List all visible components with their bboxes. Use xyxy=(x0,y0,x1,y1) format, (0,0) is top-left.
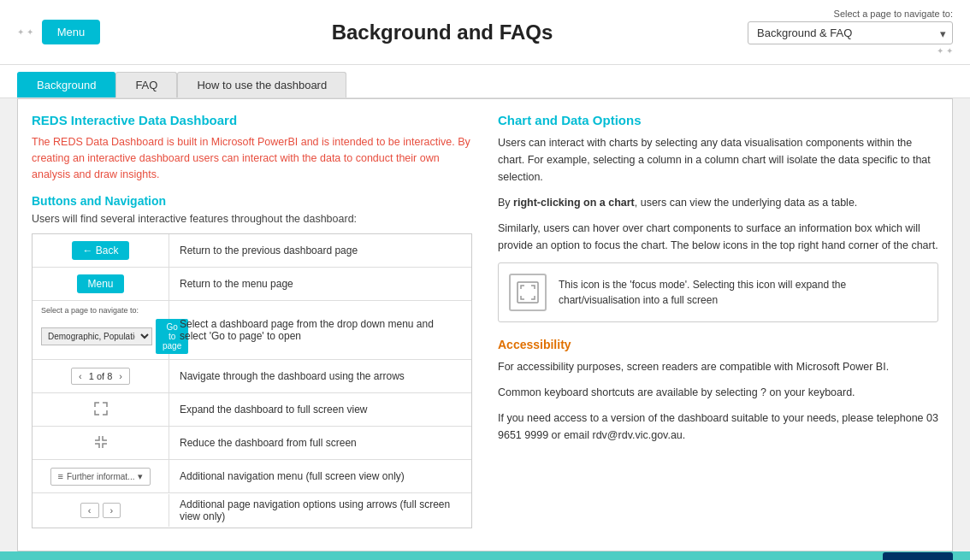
access-text-1: For accessibility purposes, screen reade… xyxy=(498,358,938,375)
chart-text-3: Similarly, users can hover over chart co… xyxy=(498,220,938,254)
demo-desc-furthernav: Additional navigation menu (full screen … xyxy=(169,465,471,487)
demo-desc-menu: Return to the menu page xyxy=(169,273,471,295)
demo-desc-pagenav: Navigate through the dashboard using the… xyxy=(169,365,471,387)
further-nav-label: Further informat... xyxy=(67,472,134,481)
demo-icon-back: ← Back xyxy=(33,234,169,267)
tab-background[interactable]: Background xyxy=(17,72,115,97)
demo-row-pagenav: ‹ 1 of 8 › Navigate through the dashboar… xyxy=(33,360,471,393)
demo-desc-simplearrows: Additional page navigation options using… xyxy=(169,493,471,528)
page-nav-demo: ‹ 1 of 8 › xyxy=(71,368,130,385)
header: ✦ ✦ Menu Background and FAQs Select a pa… xyxy=(0,0,970,65)
main-content: REDS Interactive Data Dashboard The REDS… xyxy=(17,98,953,551)
tab-bar: Background FAQ How to use the dashboard xyxy=(0,65,970,98)
demo-table: ← Back Return to the previous dashboard … xyxy=(32,233,472,528)
accessibility-title: Accessibility xyxy=(498,338,938,351)
page-nav-prev-demo[interactable]: ‹ xyxy=(79,371,82,381)
demo-row-furthernav: ≡ Further informat... ▾ Additional navig… xyxy=(33,460,471,493)
demo-row-reduce: Reduce the dashboard from full screen xyxy=(33,427,471,460)
demo-icon-expand xyxy=(33,393,169,426)
access-text-2: Common keyboard shortcuts are available … xyxy=(498,384,938,401)
page-nav-next-demo[interactable]: › xyxy=(119,371,122,381)
demo-desc-reduce: Reduce the dashboard from full screen xyxy=(169,432,471,454)
nav-desc: Users will find several interactive feat… xyxy=(32,213,472,225)
right-click-bold: right-clicking on a chart xyxy=(513,197,635,209)
back-button-demo[interactable]: ← Back xyxy=(72,241,128,260)
select-label: Select a page to navigate to: xyxy=(834,9,953,19)
demo-row-expand: Expand the dashboard to full screen view xyxy=(33,393,471,427)
reduce-fullscreen-icon xyxy=(92,433,109,453)
header-right: Select a page to navigate to: Background… xyxy=(730,9,953,56)
further-nav-demo: ≡ Further informat... ▾ xyxy=(50,468,151,486)
simple-arrows-demo: ‹ › xyxy=(80,503,121,518)
expand-fullscreen-icon xyxy=(92,400,109,420)
page-nav-info-demo: 1 of 8 xyxy=(89,371,113,381)
header-left: ✦ ✦ Menu xyxy=(17,20,154,44)
chart-text-2: By right-clicking on a chart, users can … xyxy=(498,194,938,211)
demo-desc-expand: Expand the dashboard to full screen view xyxy=(169,398,471,421)
demo-icon-reduce xyxy=(33,427,169,459)
further-nav-icon: ≡ xyxy=(58,471,63,481)
demo-row-simplearrows: ‹ › Additional page navigation options u… xyxy=(33,493,471,528)
demo-icon-furthernav: ≡ Further informat... ▾ xyxy=(33,460,169,492)
demo-icon-simplearrows: ‹ › xyxy=(33,494,169,527)
right-column: Chart and Data Options Users can interac… xyxy=(498,113,938,537)
demo-icon-menu: Menu xyxy=(33,268,169,300)
corner-tr-icon: ✦ ✦ xyxy=(937,46,953,56)
nav-select-label-demo: Select a page to navigate to: xyxy=(41,306,139,315)
focus-mode-box: This icon is the 'focus mode'. Selecting… xyxy=(498,262,938,322)
demo-desc-back: Return to the previous dashboard page xyxy=(169,239,471,262)
access-text-3: If you need access to a version of the d… xyxy=(498,410,938,444)
chart-text-1: Users can interact with charts by select… xyxy=(498,134,938,186)
simple-next-btn[interactable]: › xyxy=(103,503,121,518)
simple-prev-btn[interactable]: ‹ xyxy=(80,503,99,518)
nav-select-demo[interactable]: Demographic, Population & Growth xyxy=(41,327,152,345)
menu-button-demo[interactable]: Menu xyxy=(77,274,123,293)
victoria-name: VICTORIA xyxy=(891,557,944,560)
chart-options-title: Chart and Data Options xyxy=(498,113,938,127)
corner-tl-icon: ✦ ✦ xyxy=(17,27,33,37)
demo-row-back: ← Back Return to the previous dashboard … xyxy=(33,234,471,268)
demo-icon-navselect: Select a page to navigate to: Demographi… xyxy=(33,301,169,359)
tab-how-to[interactable]: How to use the dashboard xyxy=(177,72,346,97)
menu-button[interactable]: Menu xyxy=(42,20,101,44)
intro-text: The REDS Data Dashboard is built in Micr… xyxy=(32,134,472,182)
left-column: REDS Interactive Data Dashboard The REDS… xyxy=(32,113,472,537)
demo-desc-navselect: Select a dashboard page from the drop do… xyxy=(169,313,471,347)
victoria-logo: VICTORIA StateGovernment xyxy=(883,552,953,560)
reds-section-title: REDS Interactive Data Dashboard xyxy=(32,113,472,127)
nav-demo-row: Demographic, Population & Growth Go to p… xyxy=(41,319,188,354)
demo-row-menu: Menu Return to the menu page xyxy=(33,268,471,301)
page-select-wrapper: Background & FAQ xyxy=(748,21,953,44)
demo-icon-pagenav: ‹ 1 of 8 › xyxy=(33,360,169,392)
victoria-branding: VICTORIA StateGovernment xyxy=(883,552,953,560)
focus-mode-desc: This icon is the 'focus mode'. Selecting… xyxy=(559,277,927,308)
focus-mode-icon xyxy=(509,274,547,311)
buttons-nav-title: Buttons and Navigation xyxy=(32,194,472,208)
page-select[interactable]: Background & FAQ xyxy=(748,21,953,44)
page-title: Background and FAQs xyxy=(154,21,730,44)
tab-faq[interactable]: FAQ xyxy=(115,72,177,97)
demo-row-navselect: Select a page to navigate to: Demographi… xyxy=(33,301,471,360)
footer: Gippsland VICTORIA StateGovernment xyxy=(0,551,970,560)
further-nav-chevron-icon: ▾ xyxy=(138,471,143,482)
